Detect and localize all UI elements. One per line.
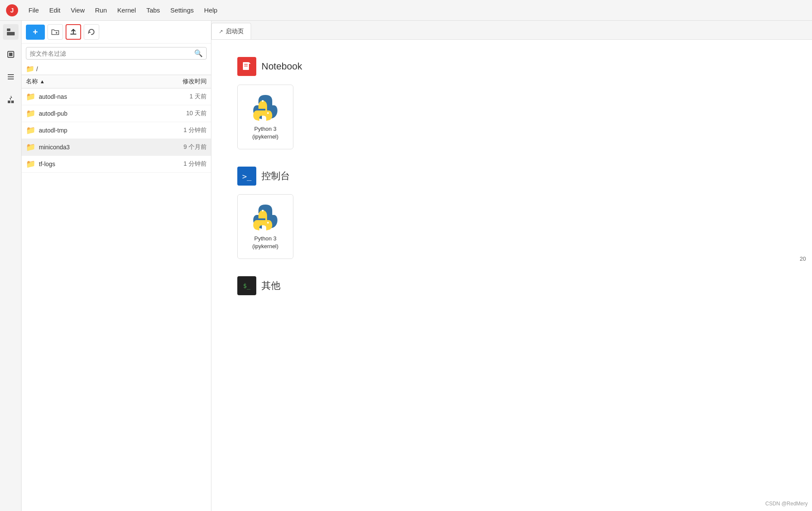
console-python3-card[interactable]: Python 3(ipykernel) [237,194,293,259]
svg-marker-16 [249,62,251,64]
notebook-section-label: Notebook [261,61,302,72]
search-bar: 🔍 [26,47,207,60]
col-time-header[interactable]: 修改时间 [155,78,207,85]
folder-icon-autodl-tmp: 📁 [26,126,35,135]
breadcrumb: 📁 / [22,63,211,75]
tab-bar: ↗ 启动页 [211,21,812,40]
file-name-autodl-pub: autodl-pub [39,110,155,117]
console-cards: Python 3(ipykernel) [237,194,786,259]
menu-edit[interactable]: Edit [45,5,65,16]
menu-run[interactable]: Run [91,5,111,16]
svg-rect-2 [7,28,10,31]
menu-tabs[interactable]: Tabs [142,5,164,16]
sort-arrow-icon: ▲ [40,79,45,85]
notebook-section-title: Notebook [237,57,786,76]
file-name-autodl-nas: autodl-nas [39,93,155,100]
console-python3-label: Python 3(ipykernel) [252,235,279,250]
sidebar-item-files[interactable] [3,24,19,40]
folder-icon-tf-logs: 📁 [26,159,35,169]
notebook-cards: Python 3(ipykernel) [237,85,786,149]
menu-view[interactable]: View [66,5,89,16]
new-button[interactable]: + [26,25,45,40]
icon-bar [0,21,22,511]
file-name-miniconda3: miniconda3 [39,144,155,151]
notebook-icon [237,57,256,76]
file-row-autodl-pub[interactable]: 📁 autodl-pub 10 天前 [22,105,211,122]
upload-button[interactable] [66,24,81,40]
tab-launcher-label: 启动页 [226,28,244,35]
console-section-label: 控制台 [261,170,290,183]
file-time-miniconda3: 9 个月前 [155,143,207,151]
col-name-header[interactable]: 名称 ▲ [26,78,155,85]
main-area: + [0,21,812,511]
launcher: Notebook Python 3(ipykernel) [211,40,812,511]
sidebar-item-toc[interactable] [3,69,19,85]
console-section-title: >_ 控制台 [237,167,786,186]
svg-point-22 [267,222,269,224]
file-panel: + [22,21,211,511]
folder-icon-miniconda3: 📁 [26,142,35,152]
file-time-autodl-nas: 1 天前 [155,93,207,101]
svg-rect-10 [11,101,14,103]
breadcrumb-path: / [36,66,38,73]
svg-text:J: J [10,7,14,14]
other-icon: $_ [237,276,256,295]
python-logo-icon [252,93,279,121]
menu-kernel[interactable]: Kernel [113,5,140,16]
menubar: J File Edit View Run Kernel Tabs Setting… [0,0,812,21]
folder-icon-autodl-nas: 📁 [26,92,35,101]
file-time-autodl-tmp: 1 分钟前 [155,126,207,134]
sidebar-item-running[interactable] [3,47,19,62]
svg-point-21 [262,210,264,211]
new-folder-button[interactable] [47,24,63,40]
python-logo-console-icon [252,203,279,230]
file-row-autodl-tmp[interactable]: 📁 autodl-tmp 1 分钟前 [22,122,211,139]
svg-rect-9 [8,101,10,103]
file-time-autodl-pub: 10 天前 [155,110,207,117]
file-row-autodl-nas[interactable]: 📁 autodl-nas 1 天前 [22,88,211,105]
refresh-button[interactable] [84,24,99,40]
tab-external-icon: ↗ [219,28,223,35]
file-list-header: 名称 ▲ 修改时间 [22,75,211,88]
search-icon: 🔍 [194,49,203,57]
panel-toolbar: + [22,21,211,44]
content-area: ↗ 启动页 Notebook [211,21,812,511]
other-section-title: $_ 其他 [237,276,786,295]
notebook-python3-label: Python 3(ipykernel) [252,125,279,141]
file-time-tf-logs: 1 分钟前 [155,160,207,168]
console-icon: >_ [237,167,256,186]
svg-rect-3 [7,32,15,35]
page-number: 20 [800,256,806,262]
menu-help[interactable]: Help [200,5,222,16]
file-name-tf-logs: tf-logs [39,161,155,167]
file-row-miniconda3[interactable]: 📁 miniconda3 9 个月前 [22,139,211,156]
file-row-tf-logs[interactable]: 📁 tf-logs 1 分钟前 [22,156,211,173]
other-section-label: 其他 [261,279,280,292]
file-list: 📁 autodl-nas 1 天前 📁 autodl-pub 10 天前 📁 a… [22,88,211,511]
folder-icon-autodl-pub: 📁 [26,109,35,118]
file-name-autodl-tmp: autodl-tmp [39,127,155,134]
search-input[interactable] [30,50,194,57]
svg-point-19 [262,100,264,102]
menu-file[interactable]: File [24,5,43,16]
tab-launcher[interactable]: ↗ 启动页 [211,23,251,39]
svg-rect-5 [9,53,13,56]
sidebar-item-extensions[interactable] [3,91,19,107]
breadcrumb-folder-icon: 📁 [26,65,35,73]
app-logo: J [5,3,19,17]
menu-settings[interactable]: Settings [166,5,198,16]
notebook-python3-card[interactable]: Python 3(ipykernel) [237,85,293,149]
svg-point-20 [267,112,269,114]
